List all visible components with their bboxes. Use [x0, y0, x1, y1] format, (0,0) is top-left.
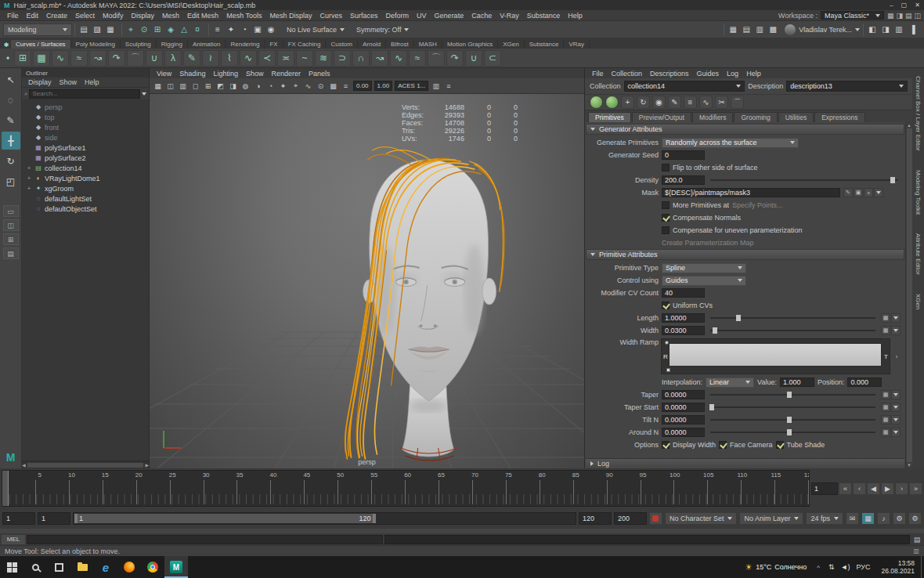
paint-map-icon[interactable]: ✎	[843, 188, 853, 197]
animation-start-field[interactable]: 1	[2, 512, 35, 525]
menu-item[interactable]: Display	[128, 12, 159, 20]
menu-item[interactable]: Mesh	[158, 12, 183, 20]
fps-select[interactable]: 24 fps	[806, 512, 843, 525]
taper-start-slider[interactable]	[710, 406, 875, 408]
shelf-tool-icon[interactable]: ∪	[465, 50, 482, 67]
display-toggle-icon[interactable]: ▤	[740, 23, 753, 36]
menu-item[interactable]: File	[3, 12, 23, 20]
width-ramp-widget[interactable]: R T	[661, 338, 890, 374]
select-tool-icon[interactable]: ↖	[2, 70, 20, 89]
timeline-tick[interactable]: 60	[372, 471, 406, 506]
menu-item[interactable]: Edit Mesh	[183, 12, 222, 20]
shelf-tab[interactable]: Animation	[188, 40, 226, 49]
chrome-button[interactable]	[141, 556, 164, 578]
viewport-menu-item[interactable]: View	[153, 70, 175, 78]
current-frame-field[interactable]: 1	[811, 482, 838, 495]
xgen-menu-item[interactable]: Log	[723, 70, 742, 78]
network-icon[interactable]: ⇅	[828, 563, 835, 571]
minimize-button[interactable]: –	[890, 2, 893, 9]
viewport-toggle-icon[interactable]: ▥	[430, 80, 442, 92]
scroll-left-icon[interactable]: ◀	[22, 462, 26, 468]
xgen-tool-icon[interactable]: ●	[605, 96, 619, 109]
panel-toggle-icon[interactable]: ▦	[887, 12, 894, 20]
xgen-menu-item[interactable]: Guides	[693, 70, 724, 78]
shelf-tab[interactable]: FX Caching	[283, 40, 327, 49]
outliner-item[interactable]: ▦ polySurface2	[22, 153, 149, 163]
outliner-menu-item[interactable]: Show	[56, 78, 81, 86]
show-desktop-button[interactable]	[921, 556, 924, 578]
xgen-tool-icon[interactable]: ✎	[668, 96, 681, 109]
menu-item[interactable]: Cache	[467, 12, 496, 20]
range-slider-bar[interactable]: 1 120	[74, 514, 376, 523]
view-transform-select[interactable]: ACES 1...	[395, 81, 428, 91]
scroll-up-icon[interactable]: ▲	[907, 123, 911, 128]
snap-tool-icon[interactable]: ⊙	[138, 23, 150, 36]
position-field[interactable]: 0.000	[847, 378, 882, 387]
layout-preset-button[interactable]: ⊞	[3, 233, 19, 245]
generate-primitives-select[interactable]: Randomly across the surface	[662, 138, 799, 148]
panel-toggle-icon[interactable]: ◫	[914, 12, 921, 20]
viewport-toggle-icon[interactable]: ◫	[164, 80, 176, 92]
range-slider[interactable]: 1 120	[73, 512, 576, 525]
menu-item[interactable]: Substance	[523, 12, 565, 20]
tilt-n-menu-icon[interactable]	[891, 415, 901, 424]
xgen-tool-icon[interactable]: ≡	[684, 96, 697, 109]
viewport-toggle-icon[interactable]: ⌖	[290, 80, 301, 92]
width-slider[interactable]	[710, 330, 875, 331]
render-tool-icon[interactable]: ≡	[211, 23, 224, 36]
snap-tool-icon[interactable]: ⊞	[151, 23, 164, 36]
timeline-tick[interactable]: 45	[271, 471, 305, 506]
compensate-uneven-checkbox[interactable]	[662, 226, 670, 234]
render-tool-icon[interactable]: ◔	[238, 23, 251, 36]
shelf-tab[interactable]: Arnold	[358, 40, 386, 49]
display-toggle-icon[interactable]: ▥	[753, 23, 766, 36]
shelf-tab[interactable]: VRay	[564, 40, 590, 49]
outliner-item[interactable]: ◌ defaultObjectSet	[22, 204, 149, 214]
viewport-toggle-icon[interactable]: ▥	[177, 80, 189, 92]
viewport-toggle-icon[interactable]: ≡	[340, 80, 352, 92]
menu-item[interactable]: Generate	[431, 12, 468, 20]
maya-taskbar-button[interactable]: M	[164, 556, 188, 578]
time-slider[interactable]: 5 10 15 20 25 30 35 40 45 50	[2, 470, 810, 507]
viewport-toggle-icon[interactable]: ✦	[277, 80, 289, 92]
taper-start-field[interactable]: 0.0000	[662, 403, 705, 412]
taper-slider[interactable]	[710, 394, 875, 396]
shelf-tool-icon[interactable]: ⊂	[484, 50, 501, 67]
playback-start-field[interactable]: 1	[38, 512, 70, 525]
timeline-tick[interactable]: 10	[36, 471, 70, 506]
timeline-tick[interactable]: 70	[439, 471, 473, 506]
scale-tool-icon[interactable]: ◰	[2, 172, 20, 190]
xgen-tab[interactable]: Primitives	[588, 112, 631, 122]
around-n-menu-icon[interactable]	[891, 428, 901, 437]
xgen-vscrollbar[interactable]: ▲ ▼	[905, 122, 912, 468]
shelf-tool-icon[interactable]: ↝	[371, 50, 388, 67]
timeline-tick[interactable]: 50	[305, 471, 338, 506]
tilt-n-slider[interactable]	[710, 419, 875, 421]
shelf-tool-icon[interactable]: ✎	[183, 50, 200, 67]
shelf-tool-icon[interactable]: ∿	[52, 50, 69, 67]
timeline-tick[interactable]: 35	[204, 471, 238, 506]
shelf-tool-icon[interactable]: ≈	[70, 50, 88, 67]
tube-shade-checkbox[interactable]	[776, 441, 784, 449]
sidebar-tab[interactable]: Channel Box / Layer Editor	[915, 76, 922, 151]
menu-set-select[interactable]: Modeling	[3, 23, 72, 36]
shelf-tool-icon[interactable]: ⊞	[14, 50, 31, 67]
sound-mute-icon[interactable]: ♪	[877, 512, 890, 525]
log-section-header[interactable]: Log	[586, 458, 904, 468]
outliner-item[interactable]: ◆ top	[22, 112, 149, 122]
timeline-tick[interactable]: 15	[70, 471, 103, 506]
timeline-tick[interactable]: 105	[674, 471, 708, 506]
playback-end-field[interactable]: 120	[579, 512, 612, 525]
around-n-slider[interactable]	[710, 432, 875, 433]
shelf-tool-icon[interactable]: ∪	[146, 50, 163, 67]
file-tool-icon[interactable]: ▦	[104, 23, 117, 36]
layout-preset-button[interactable]: ▭	[3, 205, 19, 217]
layout-preset-button[interactable]: ▤	[3, 247, 19, 259]
outliner-item[interactable]: + ▤ collection14	[22, 163, 149, 173]
shelf-tool-icon[interactable]: ≍	[277, 50, 294, 67]
sidebar-toggle-icon[interactable]: ◧	[866, 23, 879, 36]
command-input[interactable]	[27, 535, 383, 544]
tilt-n-field[interactable]: 0.0000	[662, 415, 705, 424]
task-view-button[interactable]	[47, 556, 70, 578]
description-select[interactable]: description13	[786, 81, 908, 92]
